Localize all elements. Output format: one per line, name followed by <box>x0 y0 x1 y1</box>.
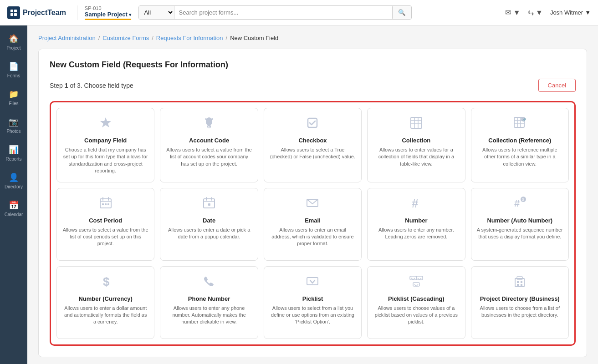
breadcrumb-sep-3: / <box>226 35 228 41</box>
sidebar-label-calendar: Calendar <box>5 212 23 217</box>
sidebar-label-reports: Reports <box>5 157 21 162</box>
number-name: Number <box>405 217 427 224</box>
svg-rect-37 <box>307 278 318 285</box>
directory-icon: 👤 <box>9 172 19 182</box>
collection-icon <box>409 116 424 132</box>
number-auto-desc: A system-generated sequence number that … <box>477 227 563 241</box>
picklist-desc: Allows users to select from a list you d… <box>270 305 356 326</box>
field-type-number[interactable]: #NumberAllows users to enter any number.… <box>367 188 465 261</box>
cancel-button[interactable]: Cancel <box>538 79 576 92</box>
files-icon: 📁 <box>9 89 19 99</box>
forms-icon: 📄 <box>9 61 19 71</box>
svg-text:#: # <box>412 197 419 210</box>
picklist-cascading-name: Picklist (Cascading) <box>388 295 445 302</box>
field-type-collection-reference[interactable]: 🔗Collection (Reference)Allows users to r… <box>471 108 569 182</box>
sidebar-item-forms[interactable]: 📄 Forms <box>2 57 26 83</box>
sidebar-item-photos[interactable]: 📷 Photos <box>2 112 26 138</box>
field-type-collection[interactable]: CollectionAllows users to enter values f… <box>367 108 465 182</box>
collection-reference-icon: 🔗 <box>512 116 527 132</box>
field-type-date[interactable]: DateAllows users to enter a date or pick… <box>160 188 258 261</box>
user-menu[interactable]: Josh Witmer ▼ <box>550 9 591 16</box>
cost-period-name: Cost Period <box>89 217 122 224</box>
field-type-email[interactable]: EmailAllows users to enter an email addr… <box>264 188 362 261</box>
breadcrumb-sep-1: / <box>98 35 100 41</box>
sidebar-item-directory[interactable]: 👤 Directory <box>2 168 26 194</box>
field-type-number-auto[interactable]: #3Number (Auto Number)A system-generated… <box>471 188 569 261</box>
svg-rect-40 <box>413 283 419 286</box>
svg-rect-45 <box>517 284 519 287</box>
account-code-name: Account Code <box>189 137 229 144</box>
photos-icon: 📷 <box>9 117 19 127</box>
field-type-number-currency[interactable]: $Number (Currency)Allows users to enter … <box>56 266 154 339</box>
sidebar-label-forms: Forms <box>7 73 20 78</box>
svg-rect-38 <box>410 276 416 280</box>
breadcrumb-current: New Custom Field <box>230 35 278 41</box>
svg-rect-7 <box>411 117 422 128</box>
svg-rect-0 <box>10 10 13 12</box>
email-desc: Allows users to enter an email address, … <box>270 227 356 248</box>
card-title: New Custom Field (Requests For Informati… <box>50 60 576 70</box>
project-selector[interactable]: SP-010 Sample Project <box>77 5 131 20</box>
project-id: SP-010 <box>85 5 131 11</box>
field-type-cost-period[interactable]: Cost PeriodAllows users to select a valu… <box>56 188 154 261</box>
field-type-picklist[interactable]: PicklistAllows users to select from a li… <box>264 266 362 339</box>
collection-name: Collection <box>402 137 430 144</box>
svg-text:$: $ <box>103 275 110 288</box>
breadcrumb-requests-for-information[interactable]: Requests For Information <box>156 35 223 41</box>
navbar: ProjectTeam SP-010 Sample Project All Fo… <box>0 0 598 25</box>
step-row: Step 1 of 3. Choose field type Cancel <box>50 79 576 92</box>
sidebar-label-files: Files <box>9 101 18 106</box>
company-field-desc: Choose a field that my company has set u… <box>62 147 148 175</box>
search-button[interactable]: 🔍 <box>392 6 411 19</box>
field-type-project-directory-business[interactable]: Project Directory (Business)Allows users… <box>471 266 569 339</box>
svg-rect-2 <box>10 13 13 16</box>
date-icon <box>202 196 216 212</box>
checkbox-icon <box>305 116 320 132</box>
search-filter-select[interactable]: All Forms Files Photos <box>139 6 174 19</box>
sidebar-item-project[interactable]: 🏠 Project <box>2 29 26 55</box>
breadcrumb-customize-forms[interactable]: Customize Forms <box>102 35 149 41</box>
field-type-picklist-cascading[interactable]: Picklist (Cascading)Allows users to choo… <box>367 266 465 339</box>
calendar-icon: 📅 <box>9 200 19 210</box>
search-input[interactable] <box>174 6 392 19</box>
sidebar-item-reports[interactable]: 📊 Reports <box>2 140 26 166</box>
notifications-button[interactable]: ✉ ▼ <box>505 8 520 17</box>
field-type-checkbox[interactable]: CheckboxAllows users to select a True (c… <box>264 108 362 182</box>
collection-reference-name: Collection (Reference) <box>488 137 551 144</box>
svg-rect-25 <box>107 203 109 205</box>
sidebar-label-directory: Directory <box>5 184 23 189</box>
project-underline <box>85 19 131 20</box>
phone-number-name: Phone Number <box>188 295 230 302</box>
number-icon: # <box>409 196 424 212</box>
number-currency-desc: Allows users to enter a dollar amount an… <box>62 305 148 326</box>
project-directory-business-icon <box>512 274 527 291</box>
svg-rect-44 <box>521 281 522 283</box>
svg-rect-3 <box>14 13 17 16</box>
date-desc: Allows users to enter a date or pick a d… <box>166 227 252 241</box>
svg-rect-43 <box>517 281 519 283</box>
picklist-name: Picklist <box>302 295 323 302</box>
project-directory-business-desc: Allows users to choose from a list of bu… <box>477 305 563 319</box>
shuffle-button[interactable]: ⇆ ▼ <box>528 8 543 17</box>
account-code-icon: $ <box>202 116 216 132</box>
sidebar-item-calendar[interactable]: 📅 Calendar <box>2 196 26 222</box>
user-name: Josh Witmer <box>550 9 583 16</box>
cost-period-icon <box>98 196 113 212</box>
breadcrumb-sep-2: / <box>152 35 153 41</box>
field-type-account-code[interactable]: $Account CodeAllows users to select a va… <box>160 108 258 182</box>
sidebar-label-project: Project <box>6 46 20 51</box>
field-type-grid: Company FieldChoose a field that my comp… <box>56 108 569 339</box>
svg-text:3: 3 <box>522 197 524 202</box>
cost-period-desc: Allows users to select a value from the … <box>62 227 148 248</box>
phone-number-icon <box>202 274 216 291</box>
number-desc: Allows users to enter any number. Leadin… <box>373 227 459 241</box>
collection-desc: Allows users to enter values for a colle… <box>373 147 459 167</box>
field-type-phone-number[interactable]: Phone NumberAllows users to enter any ph… <box>160 266 258 339</box>
picklist-cascading-desc: Allows users to choose values of a pickl… <box>373 305 459 326</box>
svg-rect-46 <box>521 284 522 287</box>
brand-text: ProjectTeam <box>23 9 66 17</box>
sidebar-item-files[interactable]: 📁 Files <box>2 85 26 111</box>
breadcrumb-project-admin[interactable]: Project Administration <box>38 35 96 41</box>
number-currency-icon: $ <box>98 274 113 291</box>
field-type-company-field[interactable]: Company FieldChoose a field that my comp… <box>56 108 154 182</box>
